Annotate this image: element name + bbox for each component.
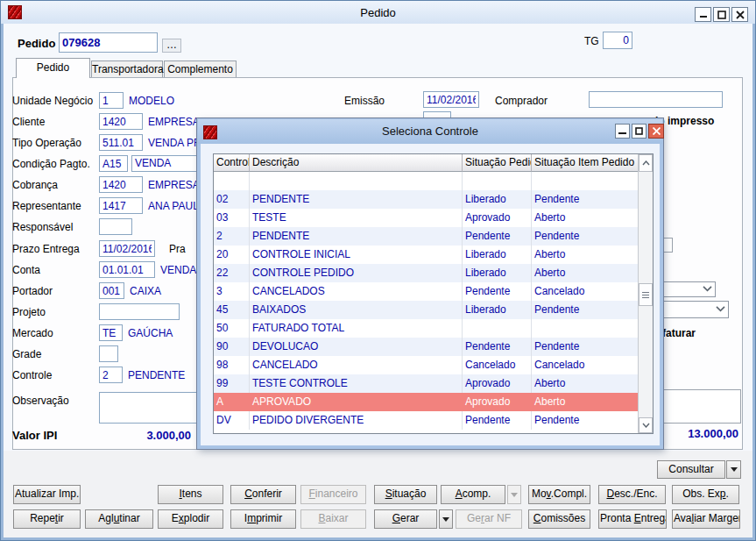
field-input-cobranc-a[interactable] — [99, 176, 143, 193]
grid-header-situac-a-o-pedido[interactable]: Situação Pedido — [463, 154, 532, 172]
button-desc-enc[interactable]: Desc./Enc. — [598, 485, 666, 504]
button-obs-exp[interactable]: Obs. Exp. — [672, 485, 739, 504]
field-input-portador[interactable] — [99, 282, 124, 299]
field-desc-mercado: GAÚCHA — [128, 327, 173, 339]
grid-cell-situacao_pedido: Liberado — [463, 264, 532, 282]
grid-cell-controle: 20 — [214, 246, 250, 264]
field-label-portador: Portador — [12, 285, 53, 297]
field-label-projeto: Projeto — [12, 306, 46, 318]
button-explodir[interactable]: Explodir — [158, 509, 223, 529]
field-input-conta[interactable] — [99, 261, 155, 278]
comprador-input[interactable] — [589, 91, 723, 108]
field-label-prazo-entrega: Prazo Entrega — [12, 243, 80, 255]
button-comisso-es[interactable]: Comissões — [528, 509, 590, 529]
grid-row[interactable]: 22CONTROLE PEDIDOLiberadoAberto — [214, 264, 653, 282]
consultar-button[interactable]: Consultar — [657, 460, 725, 479]
field-input-mercado[interactable] — [99, 324, 123, 341]
order-number-input[interactable] — [59, 32, 158, 53]
field-label-conta: Conta — [12, 264, 40, 276]
button-conferir[interactable]: Conferir — [230, 485, 296, 504]
grid-row[interactable]: 50FATURADO TOTAL — [214, 319, 653, 338]
button-mov-compl[interactable]: Mov.Compl. — [528, 485, 590, 504]
grid-row[interactable]: 45BAIXADOSLiberadoPendente — [214, 301, 653, 319]
scroll-thumb[interactable] — [639, 283, 653, 306]
button-financeiro[interactable]: Financeiro — [300, 485, 366, 504]
grid-row[interactable] — [214, 172, 653, 190]
button-gerar[interactable]: Gerar — [374, 509, 437, 529]
field-input-responsa-vel[interactable] — [99, 218, 132, 235]
button-pronta-entrega[interactable]: Pronta Entrega — [598, 509, 667, 529]
button-atualizar-imp[interactable]: Atualizar Imp. — [13, 485, 81, 504]
tg-input[interactable] — [603, 32, 632, 49]
minimize-button[interactable] — [695, 7, 711, 22]
grid-cell-descricao: TESTE CONTROLE — [250, 374, 463, 393]
close-icon — [653, 127, 661, 135]
grid-cell-situacao_pedido — [463, 319, 532, 338]
button-itens[interactable]: Itens — [158, 485, 223, 504]
field-input-projeto[interactable] — [99, 303, 180, 320]
close-button[interactable] — [731, 7, 748, 22]
grid-cell-situacao_pedido — [463, 172, 532, 190]
field-input-cliente[interactable] — [99, 113, 143, 130]
field-input-tipo-operac-a-o[interactable] — [99, 134, 143, 151]
grid-cell-descricao — [250, 172, 463, 190]
tab-pedido[interactable]: Pedido — [16, 58, 90, 78]
emissao-input[interactable] — [423, 91, 479, 108]
grid-cell-controle: A — [214, 393, 250, 411]
grid-row[interactable]: 2PENDENTEPendentePendente — [214, 227, 653, 246]
button-acomp-dropdown[interactable] — [507, 485, 521, 504]
field-input-grade[interactable] — [99, 345, 118, 362]
observacao-textarea[interactable] — [99, 392, 200, 424]
dialog-minimize-button[interactable] — [615, 124, 630, 139]
maximize-button[interactable] — [713, 7, 730, 22]
grid-row[interactable]: 03TESTEAprovadoAberto — [214, 209, 653, 227]
button-gerar-nf[interactable]: Gerar NF — [456, 509, 522, 529]
grid-cell-situacao_pedido: Aprovado — [463, 374, 532, 393]
consultar-dropdown-button[interactable] — [726, 460, 741, 479]
dialog-maximize-button[interactable] — [632, 124, 646, 139]
grid-cell-situacao_pedido: Pendente — [463, 338, 532, 356]
grid-row-selected[interactable]: AAPROVADOAprovadoAberto — [214, 393, 653, 411]
button-repetir[interactable]: Repetir — [13, 509, 81, 529]
grid-row[interactable]: 98CANCELADOCanceladoCancelado — [214, 356, 653, 374]
grid-cell-situacao_item — [532, 172, 638, 190]
grid-header-descric-a-o[interactable]: Descrição — [250, 154, 463, 172]
field-input-condic-a-o-pagto[interactable] — [99, 155, 128, 172]
button-gerar-dropdown[interactable] — [439, 509, 453, 529]
scroll-down-button[interactable] — [639, 417, 653, 433]
grid-header-situac-a-o-item-pedido[interactable]: Situação Item Pedido — [532, 154, 638, 172]
grid-cell-situacao_pedido: Aprovado — [463, 393, 532, 411]
button-situac-a-o[interactable]: Situação — [374, 485, 437, 504]
grid-row[interactable]: 02PENDENTELiberadoPendente — [214, 190, 653, 209]
button-avaliar-margem[interactable]: Avaliar Margem — [672, 509, 740, 529]
field-desc-unidade-nego-cio: MODELO — [129, 95, 174, 107]
observacao-label: Observação — [12, 395, 69, 407]
scroll-up-button[interactable] — [639, 154, 653, 172]
grid-cell-controle: DV — [214, 411, 250, 430]
dropdown-arrow-icon — [731, 467, 738, 472]
button-imprimir[interactable]: Imprimir — [230, 509, 296, 529]
field-input-representante[interactable] — [99, 197, 143, 214]
tab-transportadora[interactable]: Transportadora — [91, 61, 163, 78]
tab-complemento[interactable]: Complemento — [164, 61, 237, 78]
order-browse-button[interactable]: … — [162, 39, 181, 53]
grid-row[interactable]: 20CONTROLE INICIALLiberadoAberto — [214, 246, 653, 264]
field-input-unidade-nego-cio[interactable] — [99, 92, 124, 109]
button-baixar[interactable]: Baixar — [300, 509, 366, 529]
grid-cell-controle — [214, 172, 250, 190]
grid-header-controle[interactable]: Controle — [214, 154, 250, 172]
dropdown-arrow-icon — [442, 517, 449, 522]
grid-row[interactable]: 3CANCELADOSPendenteCancelado — [214, 282, 653, 301]
field-input-prazo-entrega[interactable] — [99, 240, 155, 257]
grid-cell-descricao: TESTE — [250, 209, 463, 227]
grid-row[interactable]: 90DEVOLUCAOPendentePendente — [214, 338, 653, 356]
button-acomp[interactable]: Acomp. — [441, 485, 505, 504]
button-aglutinar[interactable]: Aglutinar — [85, 509, 153, 529]
grid-row[interactable]: DVPEDIDO DIVERGENTEPendentePendente — [214, 411, 653, 430]
field-input-controle[interactable] — [99, 367, 123, 383]
grid-cell-situacao_item: Aberto — [532, 393, 638, 411]
grid-row[interactable]: 99TESTE CONTROLEAprovadoAberto — [214, 374, 653, 393]
grid-scrollbar[interactable] — [638, 154, 653, 433]
seleciona-controle-dialog: Seleciona Controle ControleDescriçãoSitu… — [197, 118, 663, 449]
dialog-close-button[interactable] — [648, 124, 664, 139]
